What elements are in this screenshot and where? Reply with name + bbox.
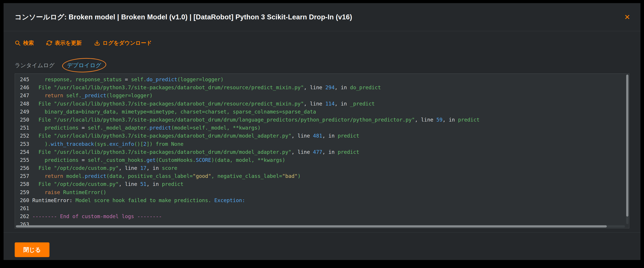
- log-line: 249 binary_data=binary_data, mimetype=mi…: [15, 108, 629, 116]
- log-line: 247 return self._predict(logger=logger): [15, 91, 629, 99]
- refresh-label: 表示を更新: [55, 39, 82, 46]
- log-line-text: return model.predict(data, positive_clas…: [29, 172, 301, 180]
- line-number: 255: [15, 156, 29, 164]
- modal-title: コンソールログ: Broken model | Broken Model (v1…: [15, 12, 352, 22]
- line-number: 245: [15, 75, 29, 83]
- line-number: 250: [15, 116, 29, 124]
- log-line-text: -------- End of custom-model logs ------…: [29, 212, 162, 220]
- log-line-text: raise RuntimeError(): [29, 188, 106, 196]
- line-number: 252: [15, 132, 29, 140]
- log-line-text: predictions = self._model_adapter.predic…: [29, 124, 261, 132]
- line-number: 259: [15, 188, 29, 196]
- log-line-text: File "/usr/local/lib/python3.7/site-pack…: [29, 83, 381, 91]
- log-line: 245 response, response_status = self.do_…: [15, 75, 629, 83]
- line-number: 257: [15, 172, 29, 180]
- toolbar: 検索 表示を更新 ログをダウンロード: [4, 31, 640, 54]
- log-line-text: File "/usr/local/lib/python3.7/site-pack…: [29, 100, 375, 108]
- search-icon: [15, 40, 20, 46]
- horizontal-scrollbar[interactable]: [16, 225, 625, 228]
- log-line: 257 return model.predict(data, positive_…: [15, 172, 629, 180]
- log-line: 256 File "/opt/code/custom.py", line 17,…: [15, 164, 629, 172]
- log-line-text: predictions = self._custom_hooks.get(Cus…: [29, 156, 285, 164]
- tab-deployment-log[interactable]: デプロイログ: [66, 62, 102, 69]
- log-line-text: [29, 204, 32, 212]
- log-line-text: response, response_status = self.do_pred…: [29, 75, 224, 83]
- line-number: 254: [15, 148, 29, 156]
- tab-deployment-log-label: デプロイログ: [67, 62, 101, 68]
- close-button[interactable]: 閉じる: [15, 243, 50, 257]
- log-line-text: File "/opt/code/custom.py", line 51, in …: [29, 180, 184, 188]
- line-number: 262: [15, 212, 29, 220]
- log-line: 246 File "/usr/local/lib/python3.7/site-…: [15, 83, 629, 91]
- line-number: 258: [15, 180, 29, 188]
- log-lines: 245 response, response_status = self.do_…: [15, 75, 629, 228]
- line-number: 256: [15, 164, 29, 172]
- log-line: 253 ).with_traceback(sys.exc_info()[2]) …: [15, 140, 629, 148]
- log-line: 262-------- End of custom-model logs ---…: [15, 212, 629, 220]
- vertical-scrollbar-thumb[interactable]: [626, 75, 628, 217]
- log-line-text: RuntimeError: Model score hook failed to…: [29, 196, 245, 204]
- log-line: 252 File "/usr/local/lib/python3.7/site-…: [15, 132, 629, 140]
- line-number: 248: [15, 100, 29, 108]
- log-line-text: File "/usr/local/lib/python3.7/site-pack…: [29, 116, 480, 124]
- log-line: 259 raise RuntimeError(): [15, 188, 629, 196]
- modal-close-button[interactable]: ✕: [624, 13, 630, 21]
- log-line: 255 predictions = self._custom_hooks.get…: [15, 156, 629, 164]
- refresh-button[interactable]: 表示を更新: [46, 39, 82, 46]
- search-button[interactable]: 検索: [15, 39, 34, 46]
- line-number: 246: [15, 83, 29, 91]
- log-line-text: binary_data=binary_data, mimetype=mimety…: [29, 108, 316, 116]
- horizontal-scrollbar-thumb[interactable]: [16, 225, 607, 228]
- console-log-modal: コンソールログ: Broken model | Broken Model (v1…: [4, 3, 640, 260]
- log-line: 250 File "/usr/local/lib/python3.7/site-…: [15, 116, 629, 124]
- modal-footer: 閉じる: [4, 232, 640, 260]
- log-line: 251 predictions = self._model_adapter.pr…: [15, 124, 629, 132]
- line-number: 253: [15, 140, 29, 148]
- vertical-scrollbar[interactable]: [626, 75, 628, 224]
- log-line: 261: [15, 204, 629, 212]
- line-number: 251: [15, 124, 29, 132]
- log-line-text: File "/usr/local/lib/python3.7/site-pack…: [29, 132, 359, 140]
- line-number: 260: [15, 196, 29, 204]
- modal-header: コンソールログ: Broken model | Broken Model (v1…: [4, 3, 640, 31]
- line-number: 247: [15, 91, 29, 99]
- log-line-text: File "/usr/local/lib/python3.7/site-pack…: [29, 148, 359, 156]
- log-line-text: return self._predict(logger=logger): [29, 91, 152, 99]
- line-number: 261: [15, 204, 29, 212]
- line-number: 249: [15, 108, 29, 116]
- download-icon: [94, 40, 100, 46]
- log-line-text: ).with_traceback(sys.exc_info()[2]) from…: [29, 140, 184, 148]
- refresh-icon: [46, 40, 52, 46]
- log-line: 260RuntimeError: Model score hook failed…: [15, 196, 629, 204]
- log-line: 254 File "/usr/local/lib/python3.7/site-…: [15, 148, 629, 156]
- log-tabs: ランタイムログ デプロイログ: [4, 57, 640, 73]
- search-label: 検索: [23, 39, 34, 46]
- tab-runtime-log[interactable]: ランタイムログ: [15, 62, 54, 69]
- close-icon: ✕: [624, 13, 630, 21]
- log-line-text: File "/opt/code/custom.py", line 17, in …: [29, 164, 177, 172]
- log-line: 248 File "/usr/local/lib/python3.7/site-…: [15, 100, 629, 108]
- log-line: 258 File "/opt/code/custom.py", line 51,…: [15, 180, 629, 188]
- download-logs-button[interactable]: ログをダウンロード: [94, 39, 152, 46]
- log-viewer[interactable]: 245 response, response_status = self.do_…: [15, 73, 629, 228]
- download-label: ログをダウンロード: [103, 39, 152, 46]
